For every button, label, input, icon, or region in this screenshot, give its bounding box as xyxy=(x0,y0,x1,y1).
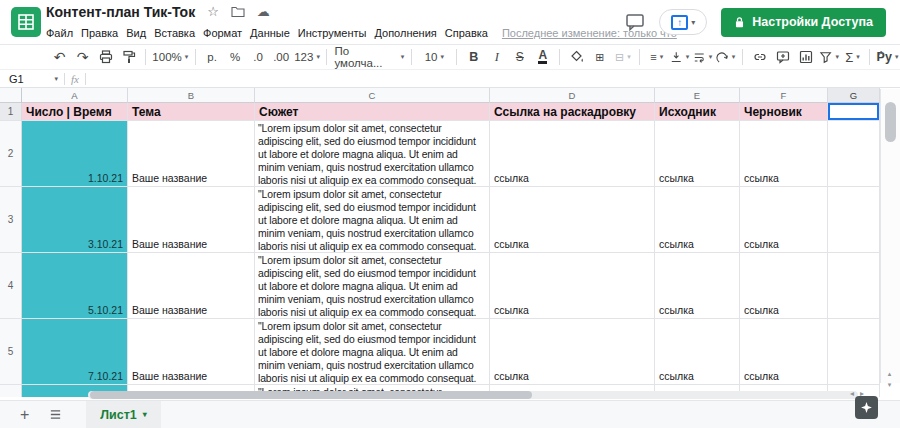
menu-file[interactable]: Файл xyxy=(42,25,77,42)
merge-cells-button[interactable]: ⊟▾ xyxy=(611,46,634,68)
column-header-f[interactable]: F xyxy=(740,88,828,103)
scroll-down-icon[interactable]: ▾ xyxy=(888,381,892,389)
cell-empty[interactable] xyxy=(828,121,880,187)
zoom-select[interactable]: 100%▾ xyxy=(151,46,190,68)
vertical-align-button[interactable]: ▾ xyxy=(668,46,691,68)
menu-data[interactable]: Данные xyxy=(246,25,294,42)
text-wrap-button[interactable]: ▾ xyxy=(691,46,714,68)
undo-button[interactable]: ↶ xyxy=(48,46,71,68)
cell-header-date-time[interactable]: Число | Время xyxy=(22,103,128,121)
paint-format-button[interactable] xyxy=(117,46,140,68)
increase-decimals-button[interactable]: .00 xyxy=(270,46,293,68)
collapse-toolbar-button[interactable]: ^ xyxy=(872,50,890,66)
formula-input[interactable] xyxy=(92,71,900,87)
cell-topic[interactable]: Ваше название xyxy=(128,253,255,319)
column-header-a[interactable]: A xyxy=(22,88,128,103)
column-header-d[interactable]: D xyxy=(490,88,655,103)
cell-source-link[interactable]: ссылка xyxy=(655,187,740,253)
menu-format[interactable]: Формат xyxy=(199,25,246,42)
filter-button[interactable]: ▾ xyxy=(817,46,841,68)
selected-cell-g1[interactable] xyxy=(828,103,880,121)
cell-storyboard-link[interactable]: ссылка xyxy=(490,253,655,319)
cloud-status-icon[interactable]: ☁ xyxy=(257,5,270,19)
add-sheet-button[interactable]: + xyxy=(20,407,29,423)
cell-storyboard-link[interactable]: ссылка xyxy=(490,187,655,253)
cell-header-topic[interactable]: Тема xyxy=(128,103,255,121)
insert-comment-button[interactable] xyxy=(771,46,794,68)
cell-source-link[interactable]: ссылка xyxy=(655,121,740,187)
vertical-scrollbar[interactable] xyxy=(880,89,900,383)
cell-date[interactable]: 3.10.21 xyxy=(22,187,128,253)
vertical-scrollbar-thumb[interactable] xyxy=(885,102,896,142)
scroll-up-icon[interactable]: ▴ xyxy=(888,370,892,378)
cell-plot[interactable]: "Lorem ipsum dolor sit amet, consectetur… xyxy=(255,253,490,319)
comment-history-icon[interactable] xyxy=(625,12,645,32)
insert-link-button[interactable] xyxy=(748,46,771,68)
cell-plot[interactable]: "Lorem ipsum dolor sit amet, consectetur… xyxy=(255,121,490,187)
row-number[interactable]: 1 xyxy=(0,103,22,121)
column-header-c[interactable]: C xyxy=(255,88,490,103)
cell-storyboard-link[interactable]: ссылка xyxy=(490,319,655,385)
menu-tools[interactable]: Инструменты xyxy=(294,25,371,42)
document-title[interactable]: Контент-план Тик-Ток xyxy=(46,4,195,20)
cell-draft-link[interactable]: ссылка xyxy=(740,121,828,187)
explore-button[interactable] xyxy=(855,396,878,419)
row-number[interactable]: 2 xyxy=(0,121,22,187)
cell-draft-link[interactable]: ссылка xyxy=(740,187,828,253)
row-number[interactable]: 4 xyxy=(0,253,22,319)
row-number[interactable] xyxy=(0,385,22,397)
menu-help[interactable]: Справка xyxy=(441,25,492,42)
horizontal-align-button[interactable]: ≡▾ xyxy=(645,46,668,68)
cell-empty[interactable] xyxy=(828,253,880,319)
column-header-e[interactable]: E xyxy=(655,88,740,103)
redo-button[interactable]: ↷ xyxy=(71,46,94,68)
text-color-button[interactable]: A xyxy=(531,46,554,68)
cell-draft-link[interactable]: ссылка xyxy=(740,319,828,385)
select-all-corner[interactable] xyxy=(0,88,22,103)
horizontal-scrollbar-thumb[interactable] xyxy=(90,391,532,399)
share-button[interactable]: Настройки Доступа xyxy=(721,8,886,37)
column-header-g[interactable]: G xyxy=(828,88,880,103)
print-button[interactable] xyxy=(94,46,117,68)
cell-header-source[interactable]: Исходник xyxy=(655,103,740,121)
format-currency-button[interactable]: p. xyxy=(201,46,224,68)
menu-edit[interactable]: Правка xyxy=(77,25,122,42)
cell-header-plot[interactable]: Сюжет xyxy=(255,103,490,121)
cell-source-link[interactable]: ссылка xyxy=(655,319,740,385)
italic-button[interactable]: I xyxy=(485,46,508,68)
row-number[interactable]: 5 xyxy=(0,319,22,385)
cell-storyboard-link[interactable]: ссылка xyxy=(490,121,655,187)
menu-view[interactable]: Вид xyxy=(122,25,150,42)
sheets-logo-icon[interactable] xyxy=(11,7,41,37)
text-rotation-button[interactable]: ▾ xyxy=(714,46,737,68)
cell-draft-link[interactable]: ссылка xyxy=(740,253,828,319)
strikethrough-button[interactable]: S xyxy=(508,46,531,68)
fill-color-button[interactable] xyxy=(565,46,588,68)
cell-date[interactable]: 7.10.21 xyxy=(22,319,128,385)
all-sheets-button[interactable] xyxy=(49,408,62,421)
row-number[interactable]: 3 xyxy=(0,187,22,253)
horizontal-scrollbar[interactable] xyxy=(88,391,858,399)
cell-topic[interactable]: Ваше название xyxy=(128,187,255,253)
name-box[interactable]: G1 ▾ xyxy=(0,73,58,85)
insert-chart-button[interactable] xyxy=(794,46,817,68)
scroll-left-icon[interactable]: ◂ xyxy=(850,389,854,398)
format-percent-button[interactable]: % xyxy=(224,46,247,68)
decrease-decimals-button[interactable]: .0 xyxy=(247,46,270,68)
menu-insert[interactable]: Вставка xyxy=(150,25,199,42)
cell-date[interactable]: 1.10.21 xyxy=(22,121,128,187)
functions-button[interactable]: Σ▾ xyxy=(841,46,864,68)
cell-topic[interactable]: Ваше название xyxy=(128,121,255,187)
move-folder-icon[interactable] xyxy=(231,6,245,18)
cell-plot[interactable]: "Lorem ipsum dolor sit amet, consectetur… xyxy=(255,319,490,385)
font-select[interactable]: По умолча...▾ xyxy=(332,46,406,68)
cell-empty[interactable] xyxy=(828,319,880,385)
bold-button[interactable]: B xyxy=(462,46,485,68)
sheet-tab-list1[interactable]: Лист1 ▾ xyxy=(86,401,161,428)
column-header-b[interactable]: B xyxy=(128,88,255,103)
cell-plot[interactable]: "Lorem ipsum dolor sit amet, consectetur… xyxy=(255,187,490,253)
borders-button[interactable]: ⊞ xyxy=(588,46,611,68)
cell-source-link[interactable]: ссылка xyxy=(655,253,740,319)
star-icon[interactable]: ☆ xyxy=(207,5,219,19)
menu-addons[interactable]: Дополнения xyxy=(370,25,440,42)
